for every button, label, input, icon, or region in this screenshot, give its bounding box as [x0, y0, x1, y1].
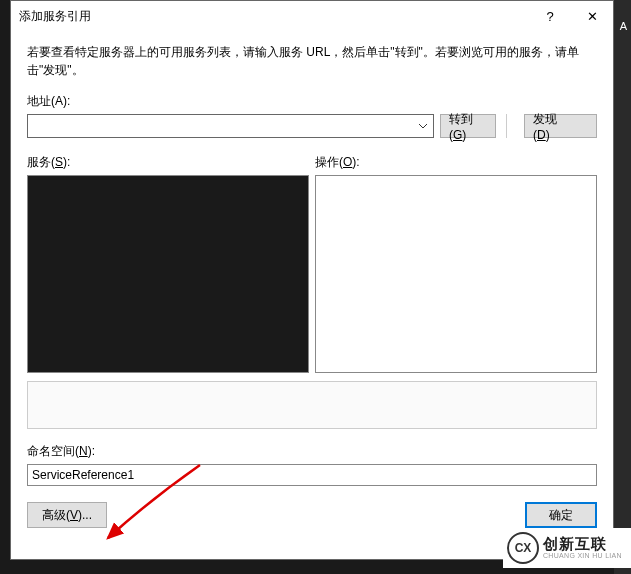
- close-button[interactable]: ✕: [571, 1, 613, 31]
- help-button[interactable]: ?: [529, 1, 571, 31]
- services-label: 服务(S):: [27, 154, 309, 171]
- namespace-input[interactable]: [27, 464, 597, 486]
- operations-list[interactable]: [315, 175, 597, 373]
- namespace-label: 命名空间(N):: [27, 443, 597, 460]
- address-label: 地址(A):: [27, 93, 597, 110]
- operations-label: 操作(O):: [315, 154, 597, 171]
- discover-button[interactable]: 发现(D): [524, 114, 580, 138]
- watermark-logo: CX 创新互联 CHUANG XIN HU LIAN: [503, 528, 631, 568]
- ok-button[interactable]: 确定: [525, 502, 597, 528]
- side-letter: A: [620, 20, 627, 32]
- chevron-down-icon: [419, 124, 427, 129]
- advanced-button[interactable]: 高级(V)...: [27, 502, 107, 528]
- address-input[interactable]: [28, 115, 413, 137]
- logo-text-en: CHUANG XIN HU LIAN: [543, 552, 622, 560]
- status-area: [27, 381, 597, 429]
- logo-text-cn: 创新互联: [543, 536, 622, 553]
- services-list[interactable]: [27, 175, 309, 373]
- add-service-reference-dialog: 添加服务引用 ? ✕ 若要查看特定服务器上的可用服务列表，请输入服务 URL，然…: [10, 0, 614, 560]
- address-dropdown-button[interactable]: [413, 115, 433, 137]
- logo-mark: CX: [507, 532, 539, 564]
- dialog-title: 添加服务引用: [19, 8, 529, 25]
- instructions-text: 若要查看特定服务器上的可用服务列表，请输入服务 URL，然后单击"转到"。若要浏…: [27, 43, 597, 79]
- address-combo[interactable]: [27, 114, 434, 138]
- discover-dropdown-button[interactable]: [580, 114, 597, 138]
- go-button[interactable]: 转到(G): [440, 114, 496, 138]
- titlebar: 添加服务引用 ? ✕: [11, 1, 613, 31]
